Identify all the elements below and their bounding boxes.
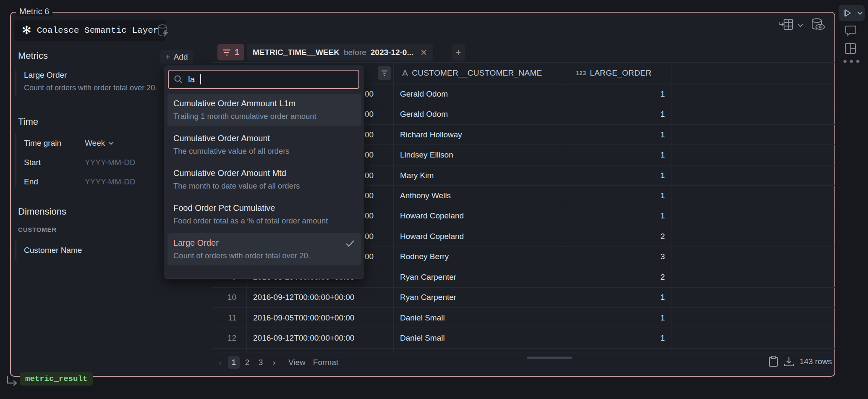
time-grain-select[interactable]: Week [85, 139, 114, 148]
text-type-icon: A [402, 68, 408, 78]
row-number: 12 [212, 333, 246, 343]
cell-customer-name: Daniel Small [393, 333, 568, 343]
cell-large-order: 1 [568, 211, 672, 220]
metric-description: Count of orders with order total over 20… [24, 84, 157, 92]
next-page-button[interactable]: › [268, 356, 280, 369]
output-arrow-icon [6, 375, 18, 389]
column-filter-indicator[interactable] [378, 66, 391, 80]
end-date-input[interactable]: YYYY-MM-DD [85, 177, 136, 186]
add-metric-button[interactable]: + Add [160, 50, 193, 64]
metric-option-title: Food Order Pct Cumulative [173, 203, 356, 213]
search-query: la [188, 74, 195, 84]
cell-large-order: 3 [568, 252, 672, 261]
metric-name: Large Order [24, 71, 157, 80]
filter-operator: before [344, 48, 366, 57]
more-options-icon[interactable]: ●●● [843, 57, 862, 66]
run-cell-button[interactable] [839, 9, 855, 17]
filter-icon [222, 49, 231, 56]
cell-large-order: 1 [568, 333, 672, 343]
start-label: Start [24, 158, 85, 167]
cell-large-order: 1 [568, 313, 672, 323]
filter-chip[interactable]: METRIC_TIME__WEEK before 2023-12-0... ✕ [247, 44, 433, 60]
table-row[interactable]: 10 2016-09-12T00:00:00+00:00 Ryan Carpen… [212, 288, 835, 308]
row-count: 143 rows [800, 357, 832, 366]
metric-option[interactable]: Cumulative Order Amount Mtd The month to… [167, 163, 361, 196]
source-pill[interactable]: ✻ Coalesce Semantic Layer [14, 20, 166, 41]
cell-customer-name: Gerald Odom [393, 110, 568, 119]
cell-large-order: 1 [568, 191, 672, 200]
dimensions-heading: Dimensions [18, 206, 66, 217]
source-label: Coalesce Semantic Layer [37, 26, 159, 35]
cell-customer-name: Howard Copeland [393, 211, 568, 220]
metric-option-title: Cumulative Order Amount Mtd [173, 168, 356, 178]
cell-large-order: 1 [568, 171, 672, 180]
header-divider [11, 39, 834, 39]
horizontal-scrollbar-thumb[interactable] [527, 357, 572, 359]
run-options-button[interactable] [855, 11, 865, 15]
filter-icon [381, 70, 388, 76]
column-header-large-order[interactable]: 123 LARGE_ORDER [576, 62, 651, 84]
cell-large-order: 1 [568, 293, 672, 302]
metrics-heading: Metrics [18, 50, 48, 61]
pagination-bar: ‹ 1 2 3 › View Format [212, 352, 835, 373]
cell-metric-time: 2016-09-12T00:00:00+00:00 [246, 293, 393, 302]
dimension-group-label: CUSTOMER [18, 226, 57, 233]
snowflake-icon: ✻ [22, 25, 31, 36]
time-grain-label: Time grain [24, 139, 85, 148]
cell-title: Metric 6 [16, 7, 52, 16]
chevron-down-icon[interactable] [797, 22, 804, 29]
time-heading: Time [18, 116, 38, 127]
output-variable-pill[interactable]: metric_result [20, 372, 93, 386]
table-row[interactable]: 11 2016-09-05T00:00:00+00:00 Daniel Smal… [212, 308, 835, 328]
metric-option[interactable]: Cumulative Order Amount The cumulative v… [167, 129, 361, 161]
page-number-button[interactable]: 1 [228, 356, 240, 369]
comment-icon[interactable] [845, 25, 857, 38]
metric-search-dropdown: la Cumulative Order Ammount L1m Trailing… [164, 66, 364, 279]
cell-customer-name: Richard Holloway [393, 130, 568, 139]
filter-count-badge[interactable]: 1 [217, 44, 244, 60]
remove-filter-icon[interactable]: ✕ [420, 47, 427, 58]
prev-page-button[interactable]: ‹ [214, 356, 226, 369]
metric-option[interactable]: Food Order Pct Cumulative Food order tot… [167, 198, 361, 231]
chevron-down-icon [857, 11, 863, 15]
text-caret [200, 74, 201, 84]
dimension-item[interactable]: Customer Name [16, 241, 82, 260]
table-row[interactable]: 12 2016-09-12T00:00:00+00:00 Daniel Smal… [212, 328, 835, 348]
cell-customer-name: Anthony Wells [393, 191, 568, 200]
run-cell-button-group [839, 5, 865, 21]
page-number-button[interactable]: 2 [241, 356, 253, 369]
layout-icon[interactable] [844, 43, 856, 56]
metric-option-description: Trailing 1 month cumulative order amount [173, 112, 356, 121]
page-number-button[interactable]: 3 [255, 356, 267, 369]
copy-to-clipboard-icon[interactable] [769, 356, 778, 367]
column-header-customer-name[interactable]: A CUSTOMER__CUSTOMER_NAME [402, 62, 542, 84]
plus-icon: + [165, 52, 170, 62]
run-icon [842, 9, 852, 17]
add-filter-button[interactable]: + [452, 44, 465, 60]
view-menu-button[interactable]: View [288, 358, 306, 367]
format-menu-button[interactable]: Format [313, 358, 338, 367]
cell-customer-name: Ryan Carpenter [393, 293, 568, 302]
cell-metric-time: 2016-09-05T00:00:00+00:00 [246, 313, 393, 323]
row-number: 10 [212, 293, 246, 302]
view-source-data-icon[interactable] [810, 18, 826, 34]
cell-customer-name: Rodney Berry [393, 252, 568, 261]
metric-option[interactable]: Cumulative Order Ammount L1m Trailing 1 … [167, 94, 361, 126]
cell-metric-time: 2016-09-12T00:00:00+00:00 [246, 333, 393, 343]
metric-search-input[interactable]: la [168, 70, 359, 89]
cell-large-order: 1 [568, 89, 672, 99]
metric-option-description: Count of orders with order total over 20… [173, 251, 356, 260]
start-date-input[interactable]: YYYY-MM-DD [85, 158, 136, 167]
end-date-row: End YYYY-MM-DD [24, 172, 136, 192]
start-date-row: Start YYYY-MM-DD [24, 153, 136, 172]
metric-option[interactable]: Large Order Count of orders with order t… [167, 233, 361, 265]
metric-option-description: The cumulative value of all orders [173, 147, 356, 156]
cell-large-order: 1 [568, 130, 672, 139]
insert-table-icon[interactable] [779, 18, 794, 33]
database-lightning-icon [157, 24, 170, 39]
metric-option-description: The month to date value of all orders [173, 181, 356, 191]
download-icon[interactable] [784, 356, 794, 367]
selected-metric-item[interactable]: Large Order Count of orders with order t… [16, 71, 157, 96]
chevron-down-icon [108, 141, 114, 145]
metric-option-title: Cumulative Order Ammount L1m [173, 99, 356, 108]
